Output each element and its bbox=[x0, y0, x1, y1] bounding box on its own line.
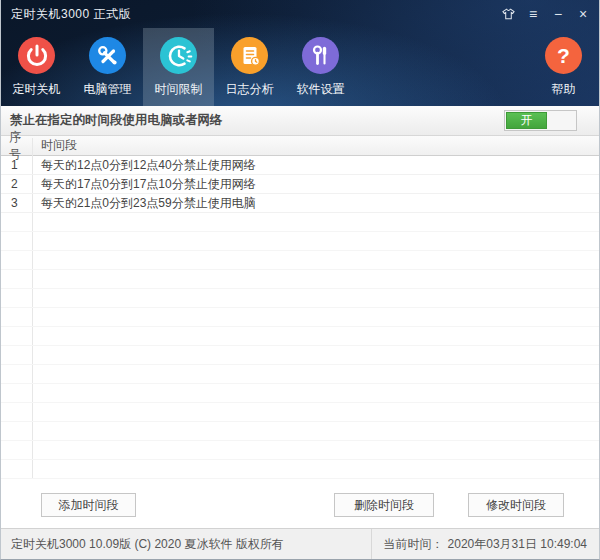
table-row[interactable]: 3 每天的21点0分到23点59分禁止使用电脑 bbox=[1, 194, 599, 213]
title-bar: 定时关机3000 正式版 ≡ − × bbox=[1, 0, 600, 28]
row-text: 每天的17点0分到17点10分禁止使用网络 bbox=[32, 176, 256, 193]
tab-software-settings[interactable]: 软件设置 bbox=[285, 28, 356, 106]
current-time-label: 当前时间： bbox=[384, 536, 444, 553]
status-bar: 定时关机3000 10.09版 (C) 2020 夏冰软件 版权所有 当前时间：… bbox=[1, 528, 599, 560]
skin-icon[interactable] bbox=[500, 8, 516, 20]
tab-computer-management[interactable]: 电脑管理 bbox=[72, 28, 143, 106]
power-icon bbox=[18, 37, 55, 74]
modify-period-button[interactable]: 修改时间段 bbox=[468, 493, 564, 517]
tab-help[interactable]: ? 帮助 bbox=[528, 28, 599, 106]
row-index: 2 bbox=[1, 177, 32, 191]
minimize-button[interactable]: − bbox=[550, 7, 566, 21]
log-icon bbox=[231, 37, 268, 74]
row-text: 每天的21点0分到23点59分禁止使用电脑 bbox=[32, 195, 256, 212]
row-index: 1 bbox=[1, 158, 32, 172]
tab-label: 时间限制 bbox=[155, 81, 203, 98]
tab-label: 日志分析 bbox=[226, 81, 274, 98]
table-header: 序号 时间段 bbox=[1, 136, 599, 156]
app-window: 定时关机3000 正式版 ≡ − × 定时关机 电脑管 bbox=[0, 0, 600, 560]
toolbar: 定时关机 电脑管理 时间限制 日志分析 bbox=[1, 28, 600, 106]
column-header-period: 时间段 bbox=[32, 137, 77, 154]
toggle-state-label: 开 bbox=[521, 112, 533, 129]
row-text: 每天的12点0分到12点40分禁止使用网络 bbox=[32, 157, 256, 174]
row-index: 3 bbox=[1, 196, 32, 210]
clock-icon bbox=[160, 37, 197, 74]
table-body: 1 每天的12点0分到12点40分禁止使用网络 2 每天的17点0分到17点10… bbox=[1, 156, 599, 213]
copyright-text: 定时关机3000 10.09版 (C) 2020 夏冰软件 版权所有 bbox=[1, 536, 371, 553]
window-controls: ≡ − × bbox=[500, 7, 591, 21]
menu-icon[interactable]: ≡ bbox=[525, 7, 541, 21]
banner-text: 禁止在指定的时间段使用电脑或者网络 bbox=[10, 112, 223, 129]
table-row[interactable]: 2 每天的17点0分到17点10分禁止使用网络 bbox=[1, 175, 599, 194]
tab-label: 定时关机 bbox=[13, 81, 61, 98]
help-icon: ? bbox=[545, 37, 582, 74]
add-period-button[interactable]: 添加时间段 bbox=[41, 493, 136, 517]
tab-shutdown[interactable]: 定时关机 bbox=[1, 28, 72, 106]
table-row[interactable]: 1 每天的12点0分到12点40分禁止使用网络 bbox=[1, 156, 599, 175]
app-title: 定时关机3000 正式版 bbox=[11, 6, 131, 23]
tab-log-analysis[interactable]: 日志分析 bbox=[214, 28, 285, 106]
toggle-switch[interactable]: 开 bbox=[504, 110, 577, 131]
current-time: 当前时间： 2020年03月31日 10:49:04 bbox=[371, 529, 599, 560]
close-button[interactable]: × bbox=[575, 7, 591, 21]
toggle-knob: 开 bbox=[506, 112, 547, 129]
restriction-banner: 禁止在指定的时间段使用电脑或者网络 开 bbox=[1, 106, 599, 136]
tab-label: 电脑管理 bbox=[84, 81, 132, 98]
tab-time-limit[interactable]: 时间限制 bbox=[143, 28, 214, 106]
time-period-table: 序号 时间段 1 每天的12点0分到12点40分禁止使用网络 2 每天的17点0… bbox=[1, 136, 599, 528]
tab-label: 软件设置 bbox=[297, 81, 345, 98]
empty-rows-area bbox=[1, 213, 599, 479]
tools-icon bbox=[89, 37, 126, 74]
header: 定时关机3000 正式版 ≡ − × 定时关机 电脑管 bbox=[1, 0, 600, 106]
current-time-value: 2020年03月31日 10:49:04 bbox=[448, 536, 587, 553]
tab-label: 帮助 bbox=[552, 81, 576, 98]
delete-period-button[interactable]: 删除时间段 bbox=[334, 493, 434, 517]
wrench-icon bbox=[302, 37, 339, 74]
